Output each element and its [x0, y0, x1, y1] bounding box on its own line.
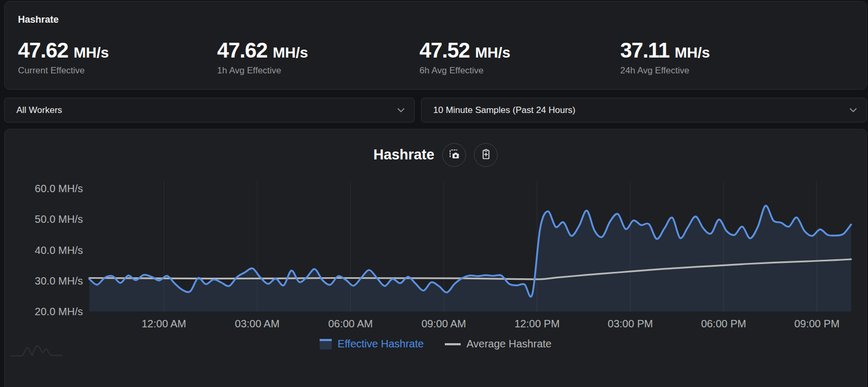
legend-item-average-hashrate[interactable]: Average Hashrate	[445, 338, 552, 350]
stat-value: 47.52 MH/s	[419, 40, 620, 61]
stat-unit: MH/s	[73, 44, 109, 61]
screenshot-chart-button[interactable]	[442, 143, 466, 167]
stat-card-current: 47.62 MH/s Current Effective	[18, 40, 217, 76]
camera-capture-icon	[448, 148, 461, 162]
sample-interval-value: 10 Minute Samples (Past 24 Hours)	[433, 105, 575, 116]
stat-card-6h-avg: 47.52 MH/s 6h Avg Effective	[419, 40, 620, 76]
stat-label: 1h Avg Effective	[217, 65, 419, 76]
legend-label: Average Hashrate	[466, 338, 552, 350]
sample-interval-dropdown[interactable]: 10 Minute Samples (Past 24 Hours)	[421, 98, 867, 122]
legend-item-effective-hashrate[interactable]: Effective Hashrate	[320, 338, 424, 350]
svg-text:09:00 AM: 09:00 AM	[422, 318, 466, 329]
stat-label: Current Effective	[18, 65, 217, 76]
stat-value: 47.62 MH/s	[217, 40, 419, 61]
svg-text:06:00 PM: 06:00 PM	[701, 318, 746, 329]
svg-text:60.0 MH/s: 60.0 MH/s	[35, 183, 83, 194]
filters-row: All Workers 10 Minute Samples (Past 24 H…	[4, 98, 867, 122]
hashrate-chart-panel: Hashrate 12:00 AM03:00 AM06:00 AM	[4, 129, 867, 387]
stat-unit: MH/s	[675, 44, 710, 61]
hashrate-stats-panel: Hashrate 47.62 MH/s Current Effective 47…	[4, 1, 867, 90]
stat-label: 6h Avg Effective	[419, 65, 620, 76]
worker-filter-value: All Workers	[16, 105, 62, 116]
pool-logo-watermark	[9, 341, 67, 362]
chart-header: Hashrate	[5, 143, 866, 167]
stat-label: 24h Avg Effective	[620, 65, 856, 76]
average-hashrate-swatch	[445, 343, 461, 345]
svg-text:03:00 PM: 03:00 PM	[608, 318, 653, 329]
svg-text:09:00 PM: 09:00 PM	[794, 318, 839, 329]
chevron-down-icon	[397, 108, 405, 112]
chart-legend: Effective Hashrate Average Hashrate	[5, 338, 866, 350]
stat-value: 37.11 MH/s	[620, 40, 856, 61]
chart-title: Hashrate	[374, 147, 435, 163]
stat-card-1h-avg: 47.62 MH/s 1h Avg Effective	[217, 40, 419, 76]
hashrate-chart[interactable]: 12:00 AM03:00 AM06:00 AM09:00 AM12:00 PM…	[5, 167, 866, 337]
effective-hashrate-swatch	[320, 339, 332, 350]
stat-card-24h-avg: 37.11 MH/s 24h Avg Effective	[620, 40, 856, 76]
svg-text:40.0 MH/s: 40.0 MH/s	[35, 244, 83, 256]
stat-value: 47.62 MH/s	[18, 40, 217, 61]
worker-filter-dropdown[interactable]: All Workers	[4, 98, 415, 122]
add-to-dashboard-button[interactable]	[474, 143, 498, 167]
stat-unit: MH/s	[475, 44, 510, 61]
svg-text:12:00 AM: 12:00 AM	[142, 318, 186, 329]
stats-panel-title: Hashrate	[18, 14, 59, 25]
svg-text:03:00 AM: 03:00 AM	[235, 318, 280, 329]
legend-label: Effective Hashrate	[338, 338, 424, 350]
svg-text:30.0 MH/s: 30.0 MH/s	[35, 275, 83, 287]
svg-text:12:00 PM: 12:00 PM	[515, 318, 560, 329]
chevron-down-icon	[850, 108, 857, 112]
clipboard-plus-icon	[480, 148, 492, 162]
stat-unit: MH/s	[273, 44, 308, 61]
stats-grid: 47.62 MH/s Current Effective 47.62 MH/s …	[18, 40, 856, 76]
svg-text:50.0 MH/s: 50.0 MH/s	[35, 213, 83, 225]
svg-text:20.0 MH/s: 20.0 MH/s	[35, 306, 83, 317]
svg-text:06:00 AM: 06:00 AM	[328, 318, 373, 329]
